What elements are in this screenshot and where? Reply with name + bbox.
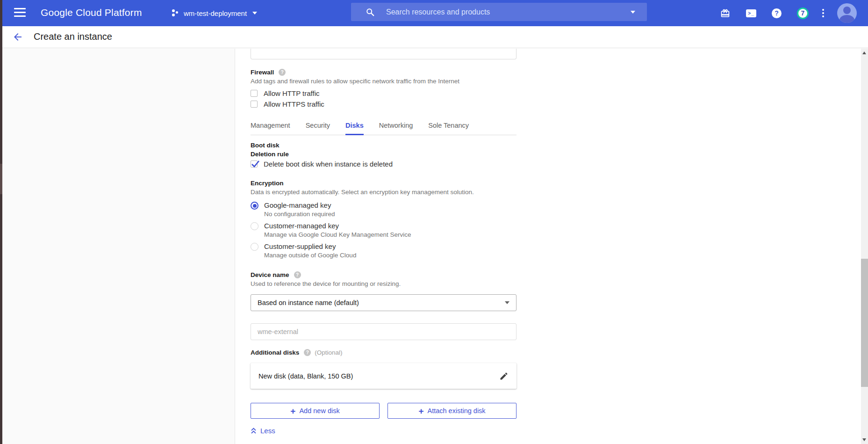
search-placeholder: Search resources and products [386,8,625,16]
optional-note: (Optional) [315,349,342,356]
customer-managed-key-desc: Manage via Google Cloud Key Management S… [264,231,411,238]
customer-supplied-key-desc: Manage outside of Google Cloud [264,252,356,259]
boot-disk-label: Boot disk [251,142,516,149]
disk-buttons-row: + Add new disk + Attach existing disk [251,403,516,419]
new-disk-card-label: New disk (data, Blank, 150 GB) [258,372,499,380]
customer-supplied-key-radio[interactable] [251,243,258,251]
project-name: wm-test-deployment [184,9,247,17]
device-name-section: Device name ? [251,271,516,278]
gcp-logo[interactable]: Google Cloud Platform [41,7,142,18]
attach-existing-disk-label: Attach existing disk [427,407,485,415]
customer-supplied-key-row: Customer-supplied key Manage outside of … [251,242,516,259]
menu-icon[interactable] [14,8,26,18]
firewall-description: Add tags and firewall rules to allow spe… [251,78,516,85]
scroll-up-arrow[interactable] [862,51,866,54]
customer-managed-key-row: Customer-managed key Manage via Google C… [251,222,516,238]
gcp-create-instance-screen: Google Cloud Platform wm-test-deployment… [0,0,868,444]
google-managed-key-row: Google-managed key No configuration requ… [251,201,516,218]
more-vert-icon[interactable] [822,9,824,17]
chevron-down-icon [252,12,257,15]
allow-http-label: Allow HTTP traffic [264,89,319,97]
search-dropdown-icon[interactable] [631,11,635,14]
scrollbar-thumb[interactable] [861,259,868,387]
allow-http-checkbox[interactable] [251,90,258,97]
less-link[interactable]: Less [251,427,283,435]
cloud-shell-icon[interactable]: >_ [746,9,756,17]
left-summary-panel [2,49,235,444]
device-name-select[interactable]: Based on instance name (default) [251,294,516,311]
encryption-description: Data is encrypted automatically. Select … [251,189,516,196]
attach-existing-disk-button[interactable]: + Attach existing disk [387,403,516,419]
clipped-input-field[interactable] [251,49,516,59]
additional-disks-label: Additional disks [251,349,299,356]
add-new-disk-button[interactable]: + Add new disk [251,403,380,419]
page-header: Create an instance [0,26,868,48]
google-managed-key-label: Google-managed key [264,201,335,209]
page-title: Create an instance [34,31,112,42]
deletion-rule-label: Deletion rule [251,151,516,158]
allow-https-label: Allow HTTPS traffic [264,100,324,108]
tab-sole-tenancy[interactable]: Sole Tenancy [428,118,469,135]
additional-disks-section: Additional disks ? (Optional) [251,349,516,356]
delete-boot-disk-checkbox[interactable] [251,160,258,167]
project-icon [171,9,179,17]
gift-icon[interactable] [720,8,730,18]
scrollbar[interactable] [861,49,868,444]
plus-icon: + [418,407,423,415]
delete-boot-disk-row: Delete boot disk when instance is delete… [251,160,516,168]
back-arrow-icon[interactable] [12,31,23,43]
device-name-help-icon[interactable]: ? [294,271,301,278]
add-new-disk-label: Add new disk [299,407,339,415]
device-name-label: Device name [251,271,289,278]
tab-networking[interactable]: Networking [379,118,413,135]
tab-security[interactable]: Security [306,118,330,135]
customer-managed-key-radio[interactable] [251,222,258,230]
window-edge [0,0,2,444]
tab-management[interactable]: Management [251,118,290,135]
device-name-select-value: Based on instance name (default) [258,299,505,306]
plus-icon: + [290,407,295,415]
google-managed-key-desc: No configuration required [264,211,335,218]
topbar-actions: >_ ? 7 [720,0,868,26]
edit-pencil-icon[interactable] [499,371,509,381]
device-name-description: Used to reference the device for mountin… [251,280,516,287]
firewall-section-label: Firewall ? [251,69,516,76]
customer-managed-key-label: Customer-managed key [264,222,411,230]
top-app-bar: Google Cloud Platform wm-test-deployment… [0,0,868,26]
firewall-help-icon[interactable]: ? [279,69,286,76]
delete-boot-disk-label: Delete boot disk when instance is delete… [264,160,393,168]
google-managed-key-radio[interactable] [251,202,258,210]
firewall-label: Firewall [251,69,274,76]
search-bar[interactable]: Search resources and products [351,3,647,21]
project-selector[interactable]: wm-test-deployment [171,7,257,20]
select-chevron-down-icon [505,301,509,304]
allow-https-row: Allow HTTPS traffic [251,100,516,108]
checkmark-icon [251,159,260,168]
new-disk-card[interactable]: New disk (data, Blank, 150 GB) [251,363,516,389]
allow-https-checkbox[interactable] [251,101,258,108]
customer-supplied-key-label: Customer-supplied key [264,242,356,250]
search-icon [366,8,374,16]
form-column: Firewall ? Add tags and firewall rules t… [251,49,516,444]
less-label: Less [260,427,275,435]
double-chevron-up-icon [251,428,257,434]
tab-disks[interactable]: Disks [345,118,364,135]
help-icon[interactable]: ? [772,8,782,18]
encryption-label: Encryption [251,180,516,187]
settings-tabs: Management Security Disks Networking Sol… [251,118,516,135]
device-name-input[interactable] [251,323,516,340]
avatar[interactable] [837,3,857,23]
additional-disks-help-icon[interactable]: ? [304,349,311,356]
notifications-badge[interactable]: 7 [797,7,809,19]
allow-http-row: Allow HTTP traffic [251,89,516,97]
scroll-down-arrow[interactable] [862,438,866,441]
